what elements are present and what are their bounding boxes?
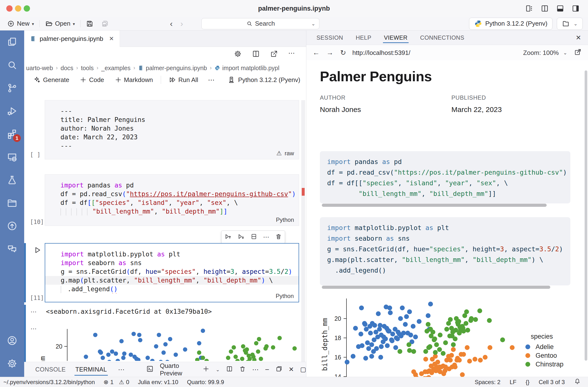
add-markdown-cell-button[interactable]: Markdown xyxy=(110,74,157,85)
breadcrumb[interactable]: uarto-web›docs›tools›_examples›palmer-pe… xyxy=(26,64,279,72)
terminal-dropdown-icon[interactable]: ⌄ xyxy=(216,367,220,372)
status-problems[interactable]: ⊗ 1 ⚠ 0 xyxy=(104,379,129,386)
close-tab-icon[interactable]: ✕ xyxy=(109,35,114,42)
tab-session[interactable]: SESSION xyxy=(310,30,349,45)
run-above-icon[interactable] xyxy=(224,233,232,241)
viewer-forward-icon[interactable]: → xyxy=(326,49,334,57)
sidebar-item-extensions[interactable]: 1 xyxy=(0,122,24,145)
viewer-url[interactable]: http://localhost:5391/ xyxy=(352,49,410,57)
status-julia-env[interactable]: Julia env: v1.10 xyxy=(138,379,178,386)
viewer-back-icon[interactable]: ← xyxy=(313,49,320,57)
sidebar-item-remote-explorer[interactable] xyxy=(0,145,24,168)
notifications-bell-icon[interactable] xyxy=(574,378,581,386)
status-quarto-version[interactable]: Quarto: 99.9.9 xyxy=(187,379,224,386)
breadcrumb-item[interactable]: _examples xyxy=(101,64,130,72)
cell-language-label[interactable]: Python xyxy=(276,293,294,300)
breadcrumb-item[interactable]: docs xyxy=(61,64,74,72)
notebook-cell-raw[interactable]: ---title: Palmer Penguinsauthor: Norah J… xyxy=(45,100,299,159)
notebook-more-icon[interactable]: ⋯ xyxy=(205,76,218,84)
cell-language-label[interactable]: raw xyxy=(285,150,294,157)
save-all-button[interactable] xyxy=(97,18,113,29)
status-eol[interactable]: LF xyxy=(510,379,516,386)
tab-help[interactable]: HELP xyxy=(349,30,378,45)
terminal-more-icon[interactable]: ⋯ xyxy=(252,366,259,373)
notebook-settings-icon[interactable] xyxy=(234,50,242,59)
restore-panel-icon[interactable] xyxy=(276,366,282,374)
delete-cell-icon[interactable] xyxy=(275,233,282,241)
cell-code[interactable]: ---title: Palmer Penguinsauthor: Norah J… xyxy=(45,100,299,150)
panel-tabs-more-icon[interactable]: ⋯ xyxy=(118,366,125,373)
tab-viewer[interactable]: VIEWER xyxy=(378,30,414,45)
search-input[interactable]: Search ⌄ xyxy=(201,18,319,29)
settings-button[interactable] xyxy=(0,352,24,375)
breadcrumb-item[interactable]: tools xyxy=(81,64,94,72)
maximize-panel-icon[interactable]: ▢ xyxy=(300,366,306,373)
breadcrumb-item[interactable]: import matplotlib.pypl xyxy=(214,64,279,72)
interpreter-selector-button[interactable]: Python 3.12.2 (Pyenv) xyxy=(469,18,552,30)
customize-layout-icon[interactable] xyxy=(525,4,533,14)
status-interpreter-path[interactable]: ~/.pyenv/versions/3.12.2/bin/python xyxy=(3,379,95,386)
sidebar-item-publish[interactable] xyxy=(0,214,24,237)
status-cell-position[interactable]: Cell 3 of 3 xyxy=(539,379,565,386)
cell-more-icon[interactable]: ⋯ xyxy=(263,233,269,241)
split-editor-icon[interactable] xyxy=(252,50,260,59)
toggle-secondary-sidebar-icon[interactable] xyxy=(571,4,580,14)
new-terminal-icon[interactable] xyxy=(203,366,209,374)
breadcrumb-item[interactable]: palmer-penguins.ipynb xyxy=(138,64,207,72)
tab-terminal[interactable]: TERMINAL xyxy=(71,362,112,377)
nav-forward-button[interactable]: › xyxy=(176,19,187,28)
open-in-browser-icon[interactable] xyxy=(574,48,582,58)
nav-back-button[interactable]: ‹ xyxy=(166,19,176,28)
sidebar-item-folder[interactable] xyxy=(0,191,24,214)
sidebar-item-source-control[interactable] xyxy=(0,76,24,99)
author-block: AUTHOR Norah Jones xyxy=(320,94,361,114)
status-language-braces[interactable]: {} xyxy=(526,379,529,386)
run-cell-button[interactable] xyxy=(33,246,42,256)
more-actions-icon[interactable]: ⋯ xyxy=(288,50,295,59)
split-cell-icon[interactable] xyxy=(251,233,257,241)
sidebar-item-explorer[interactable] xyxy=(0,30,24,53)
minimize-panel-icon[interactable]: − xyxy=(265,366,269,374)
zoom-dropdown-icon[interactable]: ⌄ xyxy=(563,50,567,56)
viewer-zoom-label[interactable]: Zoom: 100% xyxy=(523,49,559,57)
breadcrumb-item[interactable]: uarto-web xyxy=(26,64,53,72)
account-button[interactable] xyxy=(0,329,24,352)
terminal-instance-label[interactable]: Quarto Preview xyxy=(160,362,196,377)
horizontal-scrollbar[interactable] xyxy=(322,204,547,207)
sidebar-item-search[interactable] xyxy=(0,53,24,76)
close-panel-icon[interactable]: ✕ xyxy=(576,34,581,42)
run-below-icon[interactable] xyxy=(237,233,245,241)
split-editor-layout-icon[interactable] xyxy=(541,4,549,14)
viewer-reload-icon[interactable]: ↻ xyxy=(340,49,346,57)
open-external-icon[interactable] xyxy=(270,50,278,59)
save-button[interactable] xyxy=(82,18,97,29)
run-all-button[interactable]: Run All xyxy=(164,74,203,85)
add-code-cell-button[interactable]: Code xyxy=(75,74,108,85)
tab-connections[interactable]: CONNECTIONS xyxy=(414,30,471,45)
kernel-selector[interactable]: Python 3.12.2 (Pyenv) xyxy=(228,74,300,86)
kill-terminal-icon[interactable] xyxy=(239,366,246,374)
workspace-folder-button[interactable]: ⌄ xyxy=(557,18,583,30)
generate-button[interactable]: Generate xyxy=(29,74,74,85)
cell-language-label[interactable]: Python xyxy=(276,216,294,223)
collapse-output-icon[interactable]: ⋯ xyxy=(30,308,37,316)
cell-code[interactable]: import matplotlib.pyplot as pltimport se… xyxy=(45,244,299,293)
status-indentation[interactable]: Spaces: 2 xyxy=(475,379,501,386)
tab-console[interactable]: CONSOLE xyxy=(30,362,71,377)
tab-palmer-penguins[interactable]: palmer-penguins.ipynb ✕ xyxy=(24,30,120,47)
horizontal-scrollbar[interactable] xyxy=(322,286,550,289)
account-icon xyxy=(6,335,18,346)
sidebar-item-comments[interactable] xyxy=(0,237,24,260)
open-button[interactable]: Open ▾ xyxy=(41,18,79,29)
new-button[interactable]: New ▾ xyxy=(3,18,38,29)
viewer-scrollbar[interactable] xyxy=(585,70,587,361)
notebook-cell-code-2-active[interactable]: import matplotlib.pyplot as pltimport se… xyxy=(45,243,299,302)
cell-code[interactable]: import pandas as pddf = pd.read_csv("htt… xyxy=(45,175,299,216)
toggle-panel-icon[interactable] xyxy=(556,4,564,14)
split-terminal-icon[interactable] xyxy=(226,366,233,374)
sidebar-item-testing[interactable] xyxy=(0,168,24,191)
notebook-cell-code-1[interactable]: import pandas as pddf = pd.read_csv("htt… xyxy=(45,174,299,226)
close-panel-icon[interactable]: ✕ xyxy=(289,366,294,373)
editor-scrollbar[interactable] xyxy=(301,100,305,362)
sidebar-item-run-debug[interactable] xyxy=(0,99,24,122)
